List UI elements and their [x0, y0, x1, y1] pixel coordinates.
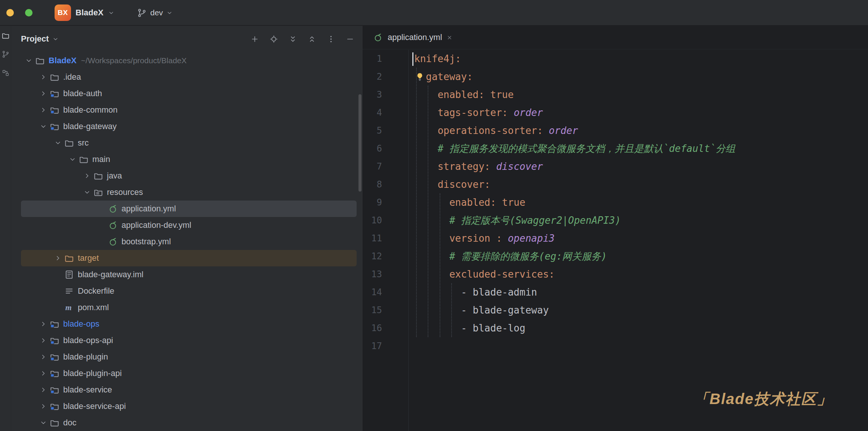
- tree-item-target[interactable]: target: [21, 250, 357, 266]
- module-icon: [49, 401, 60, 412]
- code-text: enabled: true: [408, 197, 525, 208]
- branch-name: dev: [150, 8, 163, 17]
- branch-selector[interactable]: dev: [137, 4, 173, 22]
- hide-icon[interactable]: [343, 32, 357, 46]
- chevron-spacer: [96, 236, 107, 247]
- tree-item-blade-auth[interactable]: blade-auth: [21, 85, 357, 102]
- line-number: 17: [363, 341, 408, 351]
- code-line-3[interactable]: 3 enabled: true: [363, 86, 868, 104]
- code-line-1[interactable]: 1knife4j:: [363, 50, 868, 68]
- tree-item-label: doc: [63, 418, 76, 428]
- chevron-open-icon[interactable]: [23, 55, 34, 66]
- module-icon: [49, 318, 60, 330]
- code-line-2[interactable]: 2 gateway:: [363, 68, 868, 86]
- line-number: 16: [363, 323, 408, 333]
- structure-tool-icon[interactable]: [1, 68, 10, 77]
- locate-icon[interactable]: [267, 32, 280, 46]
- chevron-closed-icon[interactable]: [81, 170, 93, 181]
- code-line-11[interactable]: 11 version : openapi3: [363, 229, 868, 247]
- line-number: 15: [363, 305, 408, 315]
- chevron-open-icon[interactable]: [38, 121, 49, 132]
- code-line-6[interactable]: 6 # 指定服务发现的模式聚合微服务文档，并且是默认`default`分组: [363, 140, 868, 158]
- tree-item-.idea[interactable]: .idea: [21, 69, 357, 85]
- chevron-closed-icon[interactable]: [38, 335, 49, 346]
- intention-bulb-icon[interactable]: [415, 72, 425, 82]
- expand-all-icon[interactable]: [286, 32, 299, 46]
- line-number: 13: [363, 269, 408, 279]
- more-icon[interactable]: [324, 32, 338, 46]
- tree-item-doc[interactable]: doc: [21, 415, 357, 431]
- tree-item-java[interactable]: java: [21, 168, 357, 184]
- chevron-open-icon[interactable]: [38, 417, 49, 428]
- chevron-closed-icon[interactable]: [38, 318, 49, 330]
- chevron-open-icon[interactable]: [81, 187, 93, 198]
- iml-icon: [64, 269, 75, 280]
- spring-yaml-icon: [372, 32, 384, 43]
- close-icon[interactable]: [446, 34, 453, 41]
- tree-item-src[interactable]: src: [21, 135, 357, 151]
- project-tree: BladeX~/Workspaces/product/BladeX.ideabl…: [11, 52, 363, 431]
- tree-item-main[interactable]: main: [21, 151, 357, 168]
- code-text: # 指定服务发现的模式聚合微服务文档，并且是默认`default`分组: [408, 142, 735, 155]
- project-panel-header: Project: [11, 26, 363, 52]
- editor-tab-application.yml[interactable]: application.yml: [367, 26, 458, 49]
- chevron-down-icon[interactable]: [52, 36, 59, 42]
- tree-item-label: bootstrap.yml: [121, 237, 171, 247]
- collapse-all-icon[interactable]: [305, 32, 318, 46]
- tree-item-application-dev.yml[interactable]: application-dev.yml: [21, 217, 357, 233]
- chevron-closed-icon[interactable]: [52, 253, 64, 264]
- chevron-closed-icon[interactable]: [38, 104, 49, 116]
- tree-item-blade-plugin[interactable]: blade-plugin: [21, 349, 357, 365]
- tree-item-label: blade-gateway.iml: [78, 270, 144, 279]
- code-line-12[interactable]: 12 # 需要排除的微服务(eg:网关服务): [363, 247, 868, 265]
- code-line-10[interactable]: 10 # 指定版本号(Swagger2|OpenAPI3): [363, 211, 868, 229]
- code-line-8[interactable]: 8 discover:: [363, 175, 868, 193]
- tree-item-resources[interactable]: resources: [21, 184, 357, 201]
- chevron-open-icon[interactable]: [67, 154, 78, 165]
- tree-item-application.yml[interactable]: application.yml: [21, 201, 357, 217]
- code-line-9[interactable]: 9 enabled: true: [363, 193, 868, 211]
- tree-item-blade-gateway.iml[interactable]: blade-gateway.iml: [21, 266, 357, 283]
- tree-item-label: application-dev.yml: [121, 220, 191, 230]
- chevron-closed-icon[interactable]: [38, 384, 49, 395]
- project-selector[interactable]: BX BladeX: [55, 4, 114, 22]
- code-line-17[interactable]: 17: [363, 337, 868, 355]
- tree-item-blade-ops-api[interactable]: blade-ops-api: [21, 332, 357, 349]
- traffic-light-zoom[interactable]: [25, 9, 33, 16]
- watermark: 「Blade技术社区」: [694, 389, 832, 409]
- code-line-5[interactable]: 5 operations-sorter: order: [363, 122, 868, 140]
- scrollbar[interactable]: [358, 94, 361, 192]
- code-line-14[interactable]: 14 - blade-admin: [363, 283, 868, 301]
- chevron-open-icon[interactable]: [52, 137, 64, 149]
- tree-item-blade-service[interactable]: blade-service: [21, 382, 357, 398]
- chevron-closed-icon[interactable]: [38, 368, 49, 379]
- tree-item-blade-plugin-api[interactable]: blade-plugin-api: [21, 365, 357, 382]
- chevron-closed-icon[interactable]: [38, 71, 49, 83]
- chevron-closed-icon[interactable]: [38, 351, 49, 363]
- tree-item-blade-common[interactable]: blade-common: [21, 102, 357, 118]
- tree-item-bootstrap.yml[interactable]: bootstrap.yml: [21, 233, 357, 250]
- code-text: discover:: [408, 179, 490, 190]
- code-line-16[interactable]: 16 - blade-log: [363, 319, 868, 337]
- tree-item-Dockerfile[interactable]: Dockerfile: [21, 283, 357, 299]
- tree-item-blade-ops[interactable]: blade-ops: [21, 316, 357, 332]
- code-line-4[interactable]: 4 tags-sorter: order: [363, 104, 868, 122]
- folder-tool-icon[interactable]: [1, 31, 10, 40]
- tree-item-pom.xml[interactable]: mpom.xml: [21, 299, 357, 316]
- tree-item-blade-gateway[interactable]: blade-gateway: [21, 118, 357, 135]
- tree-item-BladeX[interactable]: BladeX~/Workspaces/product/BladeX: [21, 52, 357, 69]
- chevron-closed-icon[interactable]: [38, 88, 49, 99]
- code-text: operations-sorter: order: [408, 125, 578, 136]
- code-area[interactable]: 1knife4j:2 gateway:3 enabled: true4 tags…: [363, 50, 868, 431]
- add-icon[interactable]: [248, 32, 261, 46]
- chevron-down-icon: [166, 10, 173, 16]
- module-icon: [49, 384, 60, 395]
- code-line-7[interactable]: 7 strategy: discover: [363, 158, 868, 175]
- code-line-15[interactable]: 15 - blade-gateway: [363, 301, 868, 319]
- traffic-light-minimize[interactable]: [6, 9, 14, 16]
- chevron-closed-icon[interactable]: [38, 401, 49, 412]
- code-text: strategy: discover: [408, 161, 543, 172]
- tree-item-blade-service-api[interactable]: blade-service-api: [21, 398, 357, 415]
- branch-tool-icon[interactable]: [1, 50, 10, 59]
- code-line-13[interactable]: 13 excluded-services:: [363, 265, 868, 283]
